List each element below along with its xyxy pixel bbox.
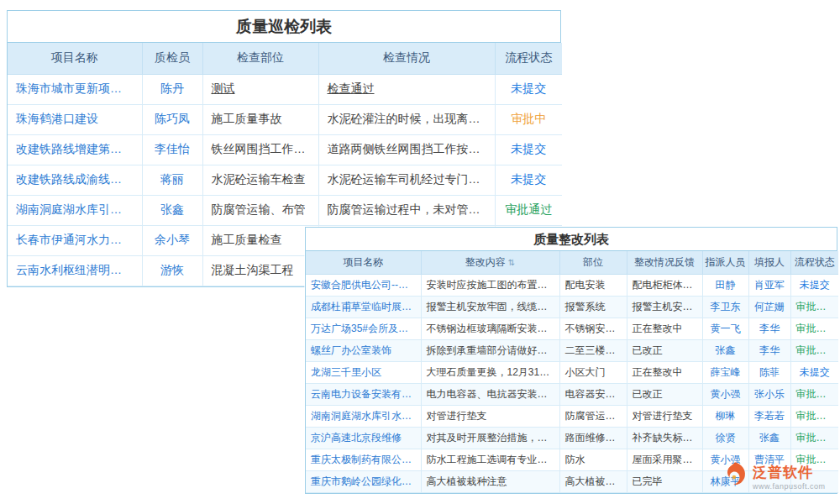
text-cell: 对其及时开展整治措施，桥头... (421, 427, 559, 449)
link-cell[interactable]: 湖南洞庭湖水库引水工程施工标 (306, 405, 421, 427)
link-cell[interactable]: 陈菲 (748, 361, 790, 383)
text-cell: 二至三楼混... (559, 339, 627, 361)
link-cell[interactable]: 陈丹 (142, 74, 202, 104)
table-row: 改建铁路线增建第二线...李佳怡铁丝网围挡工作检查道路两侧铁丝网围挡工作按设计.… (8, 134, 562, 165)
link-cell[interactable]: 湖南洞庭湖水库引水工... (8, 195, 142, 225)
inspection-table-title: 质量巡检列表 (8, 11, 560, 43)
status-cell: 未提交 (790, 274, 838, 296)
link-cell[interactable]: 重庆太极制药有限公司毫州中... (306, 449, 421, 470)
link-cell[interactable]: 陈巧凤 (142, 104, 202, 134)
table-row: 改建铁路线成渝线增建第...蒋丽水泥砼运输车检查水泥砼运输车司机经过专门培训..… (8, 165, 562, 195)
fanpu-brand-name: 泛普软件 (753, 463, 826, 482)
link-cell[interactable]: 张鑫 (748, 427, 790, 449)
column-header-1[interactable]: 整改内容⇅ (421, 251, 559, 274)
text-cell: 铁丝网围挡工作检查 (202, 134, 318, 165)
text-cell: 安装时应按施工图的布置，将... (421, 274, 559, 296)
text-cell: 水泥砼运输车司机经过专门培训... (318, 165, 495, 195)
link-cell[interactable]: 张鑫 (142, 195, 202, 225)
link-cell[interactable]: 李佳怡 (142, 134, 202, 165)
link-cell[interactable]: 余小琴 (142, 225, 202, 255)
text-cell: 施工质量事故 (202, 104, 318, 134)
link-cell[interactable]: 珠海鹤港口建设 (8, 104, 142, 134)
text-cell: 防腐管运输、布管 (202, 195, 318, 225)
link-cell[interactable]: 肖亚军 (748, 274, 790, 296)
link-cell[interactable]: 成都杜甫草堂临时展厅独立展... (306, 296, 421, 318)
quality-rectification-card: 质量整改列表 项目名称整改内容⇅部位整改情况反馈指派人员填报人流程状态安徽合肥供… (305, 227, 837, 494)
column-header-2: 检查部位 (202, 43, 318, 74)
table-row: 湖南洞庭湖水库引水工...张鑫防腐管运输、布管防腐管运输过程中，未对管进行...… (8, 195, 562, 225)
link-cell[interactable]: 柳琳 (702, 405, 748, 427)
link-cell[interactable]: 张小乐 (748, 383, 790, 405)
link-cell[interactable]: 张鑫 (702, 339, 748, 361)
table-row: 珠海鹤港口建设陈巧凤施工质量事故水泥砼灌注的时候，出现离析现象审批中 (8, 104, 562, 134)
text-cell: 检查通过 (318, 74, 495, 104)
text-cell: 补齐缺失标志... (627, 427, 702, 449)
text-cell: 混凝土沟渠工程 (202, 255, 318, 286)
link-cell[interactable]: 黄小强 (702, 383, 748, 405)
column-header-4: 指派人员 (702, 251, 748, 274)
text-cell: 不锈钢安装... (559, 318, 627, 339)
column-header-4: 流程状态 (495, 43, 562, 74)
link-cell[interactable]: 李华 (748, 339, 790, 361)
text-cell: 报警系统 (559, 296, 627, 318)
text-cell: 防腐管运输过程中，未对管进行... (318, 195, 495, 225)
column-header-2: 部位 (559, 251, 627, 274)
table-row: 云南电力设备安装有限公司20...电力电容器、电抗器安装方案...电容器安装..… (306, 383, 838, 405)
page: 质量巡检列表 项目名称质检员检查部位检查情况流程状态珠海市城市更新项目紫...陈… (0, 0, 840, 504)
text-cell: 电力电容器、电抗器安装方案... (421, 383, 559, 405)
link-cell[interactable]: 游恢 (142, 255, 202, 286)
text-cell: 水泥砼运输车检查 (202, 165, 318, 195)
text-cell: 电容器安装... (559, 383, 627, 405)
link-cell[interactable]: 何芷姗 (748, 296, 790, 318)
link-cell[interactable]: 云南电力设备安装有限公司20... (306, 383, 421, 405)
link-cell[interactable]: 螺丝厂办公室装饰 (306, 339, 421, 361)
table-row: 安徽合肥供电公司--配电设备...安装时应按施工图的布置，将...配电安装配电柜… (306, 274, 838, 296)
link-cell[interactable]: 安徽合肥供电公司--配电设备... (306, 274, 421, 296)
link-cell[interactable]: 长春市伊通河水力发电... (8, 225, 142, 255)
link-cell[interactable]: 改建铁路线成渝线增建第... (8, 165, 142, 195)
link-cell[interactable]: 京沪高速北京段维修 (306, 427, 421, 449)
table-row: 螺丝厂办公室装饰拆除到承重墙部分请做好加固...二至三楼混...已改正张鑫李华审… (306, 339, 838, 361)
header-row: 项目名称质检员检查部位检查情况流程状态 (8, 43, 562, 74)
text-cell: 水泥砼灌注的时候，出现离析现象 (318, 104, 495, 134)
rectification-table-title: 质量整改列表 (306, 228, 837, 251)
text-cell: 小区大门 (559, 361, 627, 383)
text-cell: 拆除到承重墙部分请做好加固... (421, 339, 559, 361)
status-cell: 审批中 (495, 104, 562, 134)
status-cell: 审批通过 (790, 405, 838, 427)
status-cell: 未提交 (495, 134, 562, 165)
link-cell[interactable]: 重庆市鹅岭公园绿化景观提升... (306, 470, 421, 492)
sort-icon[interactable]: ⇅ (508, 258, 515, 267)
text-cell: 防水 (559, 449, 627, 470)
column-header-0: 项目名称 (8, 43, 142, 74)
text-cell: 高大植被栽种注意 (421, 470, 559, 492)
quality-rectification-table: 项目名称整改内容⇅部位整改情况反馈指派人员填报人流程状态安徽合肥供电公司--配电… (306, 251, 838, 493)
fanpu-watermark: 泛普软件 www.fanpusoft.com (721, 460, 826, 492)
link-cell[interactable]: 云南水利枢纽潜明水库... (8, 255, 142, 286)
fanpu-watermark-text: 泛普软件 www.fanpusoft.com (753, 463, 826, 491)
text-cell: 正在整改中 (627, 361, 702, 383)
text-cell: 配电安装 (559, 274, 627, 296)
link-cell[interactable]: 薛宝峰 (702, 361, 748, 383)
status-cell: 未提交 (495, 74, 562, 104)
link-cell[interactable]: 田静 (702, 274, 748, 296)
link-cell[interactable]: 黄一飞 (702, 318, 748, 339)
link-cell[interactable]: 万达广场35#会所及咖啡厅空... (306, 318, 421, 339)
link-cell[interactable]: 李华 (748, 318, 790, 339)
column-header-6: 流程状态 (790, 251, 838, 274)
link-cell[interactable]: 李卫东 (702, 296, 748, 318)
status-cell: 未提交 (790, 361, 838, 383)
link-cell[interactable]: 徐贤 (702, 427, 748, 449)
text-cell: 防水工程施工选调有专业资质... (421, 449, 559, 470)
table-row: 湖南洞庭湖水库引水工程施工标对管进行垫支防腐管运输...对管进行垫支柳琳李若若审… (306, 405, 838, 427)
header-row: 项目名称整改内容⇅部位整改情况反馈指派人员填报人流程状态 (306, 251, 838, 274)
link-cell[interactable]: 蒋丽 (142, 165, 202, 195)
link-cell[interactable]: 珠海市城市更新项目紫... (8, 74, 142, 104)
link-cell[interactable]: 改建铁路线增建第二线... (8, 134, 142, 165)
text-cell: 道路两侧铁丝网围挡工作按设计... (318, 134, 495, 165)
text-cell: 报警主机安放... (627, 296, 702, 318)
text-cell: 防腐管运输... (559, 405, 627, 427)
text-cell: 对管进行垫支 (421, 405, 559, 427)
link-cell[interactable]: 李若若 (748, 405, 790, 427)
link-cell[interactable]: 龙湖三千里小区 (306, 361, 421, 383)
